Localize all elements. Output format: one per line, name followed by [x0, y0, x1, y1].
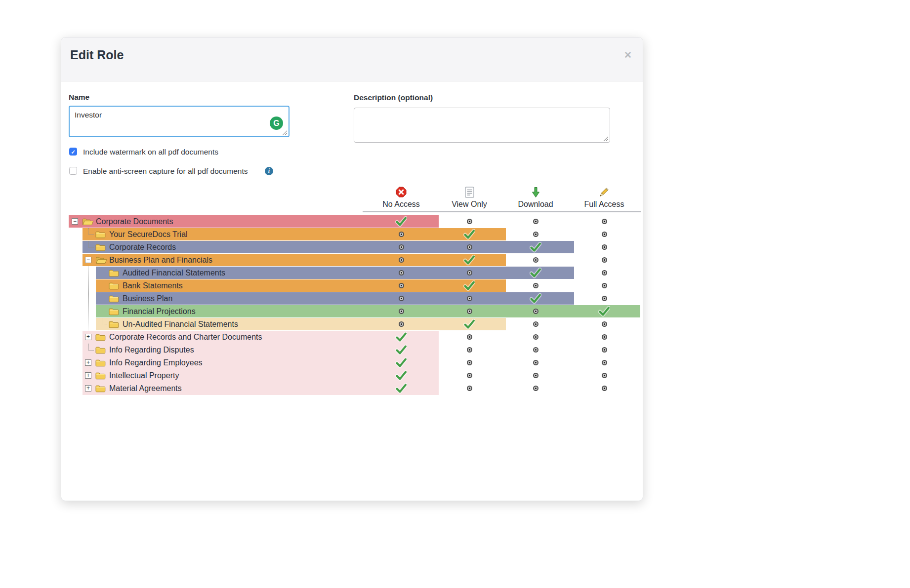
folder-label[interactable]: Audited Financial Statements: [123, 267, 225, 279]
tree-row[interactable]: Audited Financial Statements: [61, 267, 642, 279]
access-radio-no-access[interactable]: [399, 270, 404, 275]
description-input[interactable]: [354, 108, 610, 143]
access-selected-check-view-only[interactable]: [463, 229, 475, 240]
access-radio-download[interactable]: [533, 232, 538, 237]
tree-row[interactable]: Bank Statements: [61, 279, 642, 292]
tree-row[interactable]: +Material Agreements: [61, 382, 642, 395]
watermark-checkbox[interactable]: [69, 148, 77, 156]
name-input[interactable]: Investor G: [69, 106, 290, 137]
folder-label[interactable]: Un-Audited Financial Statements: [123, 318, 238, 331]
access-selected-check-download[interactable]: [530, 242, 541, 253]
access-radio-view-only[interactable]: [467, 360, 472, 365]
tree-row[interactable]: Financial Projections: [61, 305, 642, 318]
access-radio-full-access[interactable]: [602, 232, 607, 237]
access-radio-full-access[interactable]: [602, 347, 607, 353]
access-radio-full-access[interactable]: [602, 219, 607, 224]
access-radio-download[interactable]: [533, 360, 538, 365]
access-selected-check-no-access[interactable]: [395, 216, 407, 227]
grammarly-icon[interactable]: G: [270, 117, 283, 130]
access-radio-no-access[interactable]: [399, 257, 404, 263]
expand-icon[interactable]: +: [85, 359, 91, 366]
access-radio-no-access[interactable]: [399, 309, 404, 314]
folder-label[interactable]: Your SecureDocs Trial: [109, 228, 188, 241]
expand-icon[interactable]: +: [85, 372, 91, 379]
access-radio-download[interactable]: [533, 334, 538, 340]
collapse-icon[interactable]: −: [85, 257, 91, 263]
access-radio-no-access[interactable]: [399, 321, 404, 327]
access-radio-view-only[interactable]: [467, 219, 472, 224]
access-selected-check-full-access[interactable]: [598, 306, 610, 317]
access-radio-download[interactable]: [533, 373, 538, 378]
folder-label[interactable]: Material Agreements: [109, 382, 182, 395]
access-radio-download[interactable]: [533, 219, 538, 224]
tree-row[interactable]: +Intellectual Property: [61, 369, 642, 382]
folder-label[interactable]: Business Plan: [123, 292, 172, 305]
tree-row[interactable]: +Info Regarding Employees: [61, 356, 642, 369]
access-radio-full-access[interactable]: [602, 386, 607, 391]
access-radio-full-access[interactable]: [602, 360, 607, 365]
access-radio-view-only[interactable]: [467, 334, 472, 340]
antiscreen-checkbox[interactable]: [69, 167, 77, 175]
folder-icon: [95, 385, 106, 394]
access-selected-check-no-access[interactable]: [395, 357, 407, 368]
tree-row[interactable]: Un-Audited Financial Statements: [61, 318, 642, 331]
folder-label[interactable]: Business Plan and Financials: [109, 254, 212, 267]
folder-label[interactable]: Bank Statements: [123, 279, 183, 292]
access-selected-check-view-only[interactable]: [463, 319, 475, 330]
access-selected-check-download[interactable]: [530, 293, 541, 304]
tree-row[interactable]: −Business Plan and Financials: [61, 254, 642, 267]
access-radio-download[interactable]: [533, 386, 538, 391]
access-radio-no-access[interactable]: [399, 232, 404, 237]
tree-row[interactable]: Corporate Records: [61, 241, 642, 254]
access-radio-download[interactable]: [533, 321, 538, 327]
tree-row[interactable]: +Corporate Records and Charter Documents: [61, 331, 642, 344]
access-radio-no-access[interactable]: [399, 244, 404, 250]
folder-label[interactable]: Corporate Records: [109, 241, 176, 254]
folder-label[interactable]: Corporate Records and Charter Documents: [109, 331, 262, 344]
folder-label[interactable]: Info Regarding Disputes: [109, 344, 194, 356]
access-selected-check-download[interactable]: [530, 268, 541, 278]
expand-icon[interactable]: +: [85, 385, 91, 392]
collapse-icon[interactable]: −: [72, 218, 78, 225]
tree-row[interactable]: Your SecureDocs Trial: [61, 228, 642, 241]
access-radio-download[interactable]: [533, 283, 538, 288]
access-radio-full-access[interactable]: [602, 283, 607, 288]
access-radio-view-only[interactable]: [467, 296, 472, 301]
folder-label[interactable]: Corporate Documents: [96, 215, 173, 228]
access-radio-view-only[interactable]: [467, 270, 472, 275]
folder-label[interactable]: Financial Projections: [123, 305, 196, 318]
access-selected-check-no-access[interactable]: [395, 345, 407, 355]
access-radio-download[interactable]: [533, 347, 538, 353]
access-radio-full-access[interactable]: [602, 270, 607, 275]
folder-label[interactable]: Info Regarding Employees: [109, 356, 203, 369]
expand-icon[interactable]: +: [85, 334, 91, 340]
close-icon[interactable]: ✕: [624, 50, 632, 60]
access-radio-view-only[interactable]: [467, 309, 472, 314]
access-radio-view-only[interactable]: [467, 373, 472, 378]
access-selected-check-no-access[interactable]: [395, 332, 407, 343]
access-radio-full-access[interactable]: [602, 321, 607, 327]
tree-row[interactable]: Info Regarding Disputes: [61, 344, 642, 356]
tree-row[interactable]: Business Plan: [61, 292, 642, 305]
folder-label[interactable]: Intellectual Property: [109, 369, 179, 382]
access-radio-view-only[interactable]: [467, 244, 472, 250]
access-radio-full-access[interactable]: [602, 244, 607, 250]
access-radio-download[interactable]: [533, 309, 538, 314]
access-radio-full-access[interactable]: [602, 257, 607, 263]
tree-row[interactable]: −Corporate Documents: [61, 215, 642, 228]
access-radio-full-access[interactable]: [602, 334, 607, 340]
access-radio-no-access[interactable]: [399, 296, 404, 301]
info-icon[interactable]: i: [265, 167, 273, 175]
access-radio-view-only[interactable]: [467, 347, 472, 353]
access-selected-check-no-access[interactable]: [395, 383, 407, 394]
access-selected-check-no-access[interactable]: [395, 370, 407, 381]
access-radio-download[interactable]: [533, 257, 538, 263]
access-radio-full-access[interactable]: [602, 373, 607, 378]
resize-handle-icon[interactable]: [603, 136, 608, 141]
access-radio-full-access[interactable]: [602, 296, 607, 301]
access-radio-view-only[interactable]: [467, 386, 472, 391]
access-selected-check-view-only[interactable]: [463, 280, 475, 291]
access-radio-no-access[interactable]: [399, 283, 404, 288]
access-selected-check-view-only[interactable]: [463, 255, 475, 266]
resize-handle-icon[interactable]: [282, 130, 287, 135]
